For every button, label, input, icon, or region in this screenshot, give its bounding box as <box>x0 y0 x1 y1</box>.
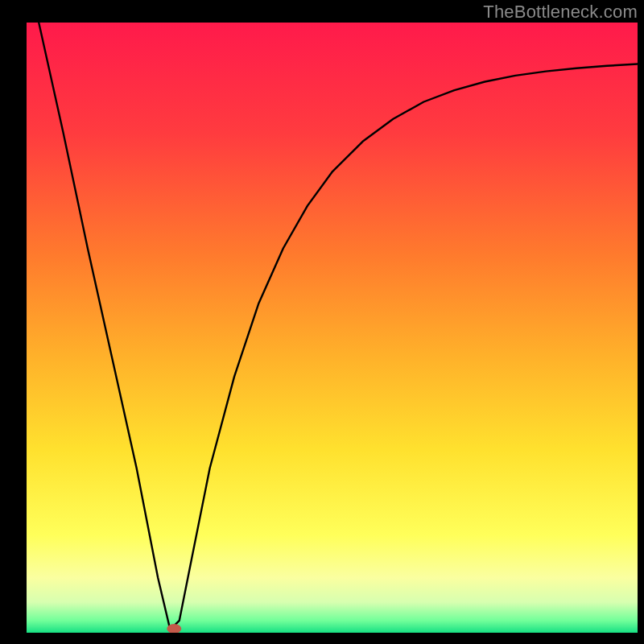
bottleneck-curve <box>39 23 638 630</box>
chart-frame: TheBottleneck.com <box>0 0 644 644</box>
plot-area <box>27 23 638 633</box>
curve-svg <box>27 23 638 633</box>
watermark-text: TheBottleneck.com <box>483 2 638 23</box>
